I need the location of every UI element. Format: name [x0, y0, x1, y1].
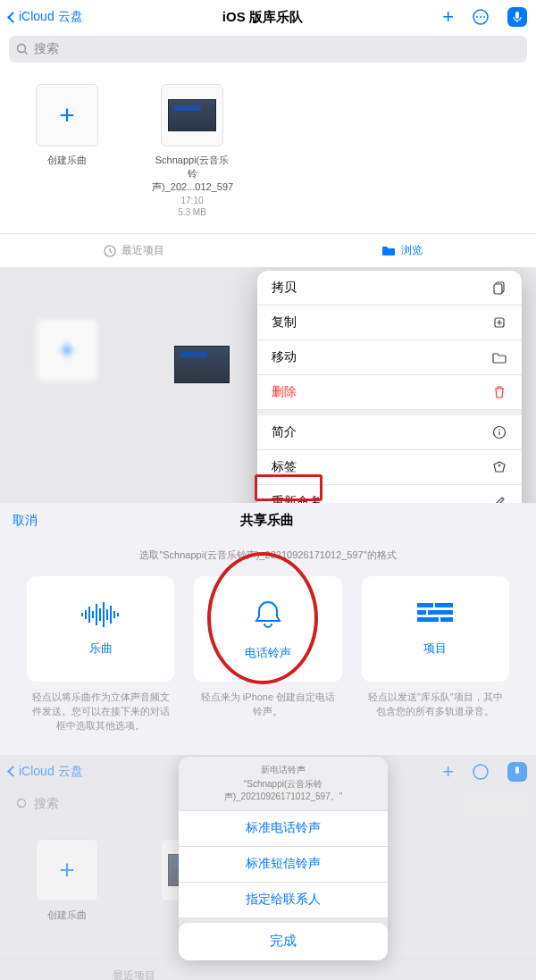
more-icon[interactable] [472, 8, 490, 26]
card-song-label: 乐曲 [89, 641, 113, 657]
svg-rect-32 [428, 610, 453, 615]
card-ringtone-desc: 轻点来为 iPhone 创建自定电话铃声。 [194, 691, 341, 719]
info-icon [491, 424, 507, 440]
nav-actions: + [442, 5, 527, 29]
card-project-desc: 轻点以发送"库乐队"项目，其中包含您的所有多轨道录音。 [362, 691, 509, 719]
svg-rect-33 [417, 617, 439, 622]
tracks-icon [415, 601, 455, 632]
folder-icon [491, 349, 507, 365]
svg-point-35 [473, 765, 488, 779]
card-ringtone-label: 电话铃声 [245, 645, 291, 661]
file-browser-panel: iCloud 云盘 iOS 版库乐队 + 搜索 + 创建乐曲 Schnappi(… [0, 0, 536, 267]
card-ringtone[interactable]: 电话铃声 轻点来为 iPhone 创建自定电话铃声。 [194, 576, 341, 733]
menu-tags-label: 标签 [272, 459, 297, 475]
svg-rect-34 [440, 617, 453, 622]
card-song-desc: 轻点以将乐曲作为立体声音频文件发送。您可以在接下来的对话框中选取其他选项。 [27, 691, 174, 733]
tab-browse[interactable]: 浏览 [268, 234, 536, 267]
svg-point-6 [18, 45, 26, 53]
selected-file-thumb [174, 346, 230, 383]
tag-icon [491, 459, 507, 475]
search-field[interactable]: 搜索 [9, 36, 527, 63]
menu-duplicate-label: 复制 [272, 314, 297, 331]
svg-point-15 [498, 429, 500, 431]
sheet-subtitle: "Schnappi(云音乐铃声)_20210926171012_597。" [188, 778, 379, 803]
svg-point-1 [476, 16, 478, 18]
context-menu: 拷贝 复制 移动 删除 简介 标签 重新命名 共享 [257, 271, 522, 503]
menu-delete[interactable]: 删除 [257, 375, 522, 410]
svg-rect-31 [417, 610, 426, 615]
folder-icon [381, 245, 396, 256]
duplicate-icon [491, 314, 507, 331]
card-project[interactable]: 项目 轻点以发送"库乐队"项目，其中包含您的所有多轨道录音。 [362, 576, 509, 733]
add-icon[interactable]: + [442, 5, 454, 29]
nav-bar: iCloud 云盘 iOS 版库乐队 + [0, 0, 536, 30]
ringtone-sheet-panel: iCloud 云盘 iOS 版库乐队 + 搜索 +创建乐曲 S 最近项目 新电话… [0, 755, 536, 980]
tab-browse-label: 浏览 [401, 243, 423, 258]
file-grid: + 创建乐曲 Schnappi(云音乐铃声)_202...012_597 17:… [0, 68, 536, 233]
plus-icon: + [36, 84, 98, 147]
chevron-left-icon [7, 12, 19, 23]
trash-icon [491, 384, 507, 400]
standard-ringtone-button[interactable]: 标准电话铃声 [179, 810, 388, 846]
share-title: 共享乐曲 [38, 512, 497, 529]
file-name: Schnappi(云音乐铃声)_202...012_597 [152, 154, 232, 194]
create-song-button[interactable]: + 创建乐曲 [27, 84, 107, 217]
waveform-icon [79, 601, 123, 632]
search-icon [16, 43, 29, 55]
svg-rect-10 [494, 284, 502, 294]
share-subtitle: 选取"Schnappi(云音乐铃声)_20210926171012_597"的格… [0, 549, 536, 562]
svg-point-37 [18, 799, 26, 807]
share-header: 取消 共享乐曲 [0, 503, 536, 538]
menu-copy[interactable]: 拷贝 [257, 271, 522, 306]
create-label: 创建乐曲 [27, 154, 107, 167]
cancel-button[interactable]: 取消 [13, 513, 38, 529]
sheet-header: 新电话铃声 "Schnappi(云音乐铃声)_20210926171012_59… [179, 757, 388, 810]
assign-contact-button[interactable]: 指定给联系人 [179, 882, 388, 917]
menu-copy-label: 拷贝 [272, 280, 297, 296]
back-label: iCloud 云盘 [19, 9, 83, 25]
share-song-panel: 取消 共享乐曲 选取"Schnappi(云音乐铃声)_2021092617101… [0, 503, 536, 755]
menu-delete-label: 删除 [272, 384, 297, 400]
svg-rect-36 [515, 766, 519, 774]
svg-point-2 [480, 16, 482, 18]
format-cards: 乐曲 轻点以将乐曲作为立体声音频文件发送。您可以在接下来的对话框中选取其他选项。… [0, 576, 536, 755]
bottom-tabs: 最近项目 浏览 [0, 233, 536, 267]
copy-icon [491, 280, 507, 296]
clock-icon [104, 245, 116, 257]
back-button[interactable]: iCloud 云盘 [9, 9, 83, 25]
file-size: 5.3 MB [152, 207, 232, 217]
menu-duplicate[interactable]: 复制 [257, 306, 522, 340]
file-thumbnail [161, 84, 223, 147]
svg-point-17 [498, 465, 500, 466]
menu-info[interactable]: 简介 [257, 415, 522, 450]
context-menu-panel: + 拷贝 复制 移动 删除 简介 标签 重新命名 [0, 267, 536, 503]
bell-icon [250, 597, 286, 636]
menu-rename-label: 重新命名 [272, 494, 322, 503]
pencil-icon [491, 494, 507, 503]
file-item[interactable]: Schnappi(云音乐铃声)_202...012_597 17:10 5.3 … [152, 84, 232, 217]
card-project-label: 项目 [423, 641, 447, 657]
standard-text-tone-button[interactable]: 标准短信铃声 [179, 846, 388, 882]
done-button[interactable]: 完成 [179, 923, 388, 960]
search-placeholder: 搜索 [34, 41, 59, 57]
menu-rename[interactable]: 重新命名 [257, 485, 522, 503]
menu-move-label: 移动 [272, 349, 297, 365]
svg-rect-29 [417, 603, 433, 607]
nav-title: iOS 版库乐队 [83, 9, 443, 26]
svg-rect-30 [435, 603, 453, 607]
menu-tags[interactable]: 标签 [257, 450, 522, 485]
svg-line-7 [25, 52, 28, 54]
mic-icon[interactable] [507, 7, 527, 27]
file-time: 17:10 [152, 196, 232, 205]
menu-info-label: 简介 [272, 424, 297, 440]
svg-point-3 [483, 16, 485, 18]
ringtone-action-sheet: 新电话铃声 "Schnappi(云音乐铃声)_20210926171012_59… [179, 757, 388, 960]
tab-recent[interactable]: 最近项目 [0, 234, 268, 267]
tab-recent-label: 最近项目 [121, 243, 164, 258]
sheet-title: 新电话铃声 [188, 764, 379, 776]
svg-rect-4 [515, 12, 519, 19]
card-song[interactable]: 乐曲 轻点以将乐曲作为立体声音频文件发送。您可以在接下来的对话框中选取其他选项。 [27, 576, 174, 733]
menu-move[interactable]: 移动 [257, 340, 522, 375]
